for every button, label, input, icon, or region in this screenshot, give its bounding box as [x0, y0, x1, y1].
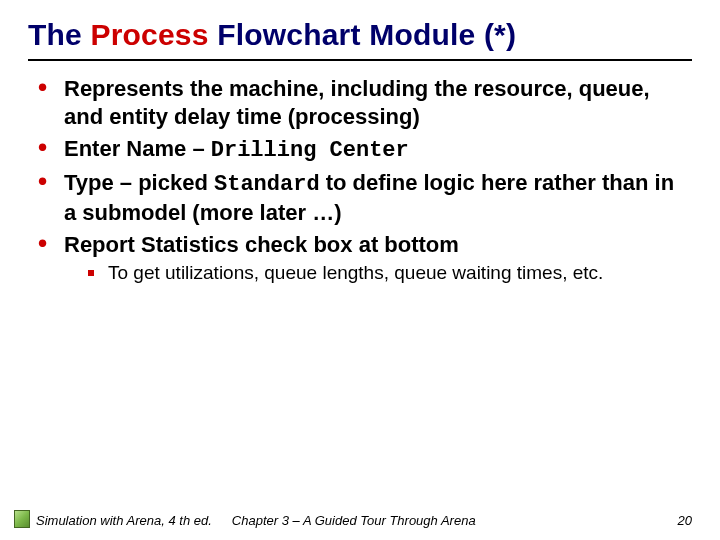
- bullet-item: Enter Name – Drilling Center: [38, 135, 686, 165]
- page-number: 20: [678, 513, 692, 528]
- title-rule: [28, 59, 692, 61]
- title-accent: Process: [90, 18, 208, 51]
- sub-bullet-text: To get utilizations, queue lengths, queu…: [108, 262, 603, 283]
- bullet-text: Type – picked: [64, 170, 214, 195]
- book-cover-icon: [14, 510, 30, 528]
- slide: The Process Flowchart Module (*) Represe…: [0, 0, 720, 540]
- slide-title: The Process Flowchart Module (*): [28, 18, 692, 53]
- sub-bullet-list: To get utilizations, queue lengths, queu…: [64, 261, 686, 286]
- bullet-list: Represents the machine, including the re…: [28, 75, 692, 287]
- footer-book-title: Simulation with Arena, 4 th ed.: [36, 513, 212, 528]
- title-text-post: Flowchart Module (*): [209, 18, 517, 51]
- bullet-text: Enter Name –: [64, 136, 211, 161]
- slide-footer: Simulation with Arena, 4 th ed. Chapter …: [0, 510, 720, 528]
- title-text-pre: The: [28, 18, 90, 51]
- sub-bullet-item: To get utilizations, queue lengths, queu…: [88, 261, 686, 286]
- code-text: Drilling Center: [211, 138, 409, 163]
- footer-chapter: Chapter 3 – A Guided Tour Through Arena: [232, 513, 476, 528]
- bullet-item: Report Statistics check box at bottom To…: [38, 231, 686, 286]
- bullet-text: Represents the machine, including the re…: [64, 76, 650, 129]
- bullet-item: Type – picked Standard to define logic h…: [38, 169, 686, 227]
- code-text: Standard: [214, 172, 320, 197]
- bullet-item: Represents the machine, including the re…: [38, 75, 686, 131]
- bullet-text: Report Statistics check box at bottom: [64, 232, 459, 257]
